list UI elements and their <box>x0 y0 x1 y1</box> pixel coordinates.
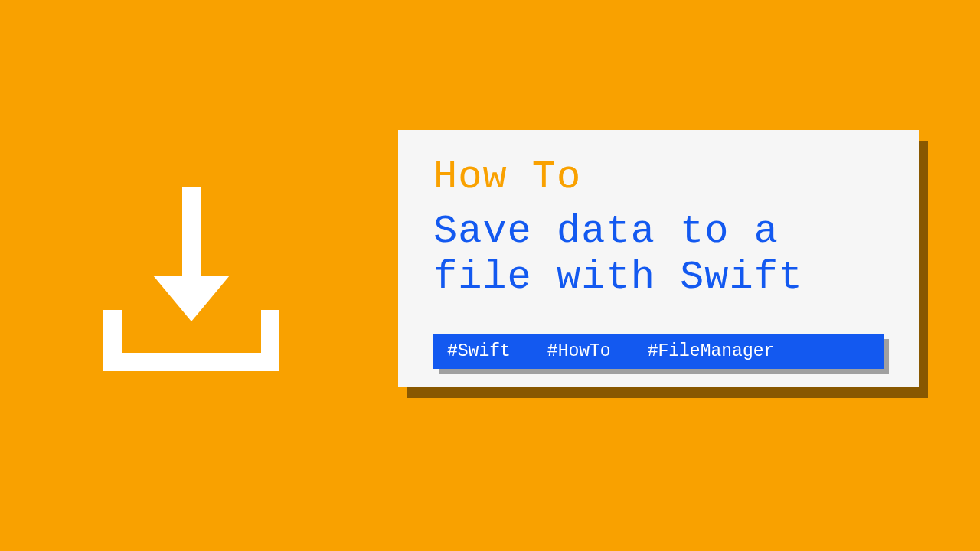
tag: #FileManager <box>648 341 775 361</box>
svg-marker-1 <box>153 276 230 321</box>
info-card: How To Save data to a file with Swift #S… <box>398 130 919 387</box>
tag: #HowTo <box>547 341 611 361</box>
tag-bar: #Swift #HowTo #FileManager <box>433 334 884 369</box>
download-icon <box>103 187 279 371</box>
card-title: Save data to a file with Swift <box>433 209 884 302</box>
tag: #Swift <box>447 341 511 361</box>
svg-rect-0 <box>182 187 201 287</box>
eyebrow-label: How To <box>433 155 884 200</box>
svg-rect-4 <box>103 353 279 371</box>
